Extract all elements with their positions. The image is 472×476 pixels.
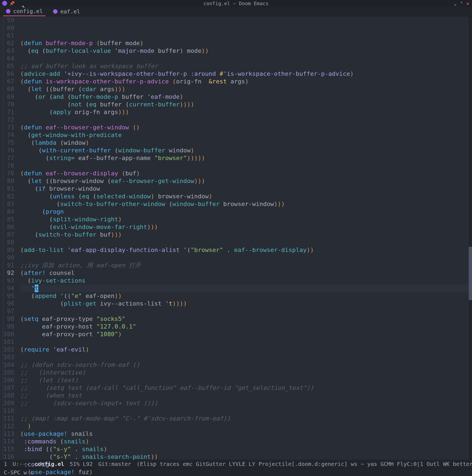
code-line[interactable]: (let ((browser-window (eaf--browser-get-… [20, 177, 472, 185]
minimize-icon[interactable]: ⌄ [454, 1, 457, 6]
line-number: 90 [3, 254, 14, 262]
code-line[interactable]: (use-package! snails [20, 430, 472, 438]
code-line[interactable]: (switch-to-buffer-other-window (window-b… [20, 200, 472, 208]
line-number: 95 [3, 292, 14, 300]
code-line[interactable]: ;; (setq text (eaf-call "call_function" … [20, 384, 472, 392]
code-line[interactable]: ;;ivy 添加 action, 用 eaf-open 打开 [20, 262, 472, 269]
code-line[interactable]: (lambda (window) [20, 139, 472, 147]
line-number: 83 [3, 200, 14, 208]
line-number: 78 [3, 162, 14, 170]
line-number: 72 [3, 116, 14, 124]
maximize-icon[interactable]: ⌃ [460, 1, 463, 6]
code-line[interactable] [20, 239, 472, 246]
code-line[interactable]: ;; (sdcv-search-input+ text )))) [20, 399, 472, 407]
code-line[interactable]: ;; eaf buffer look as workspace buffer [20, 62, 472, 70]
code-line[interactable] [20, 116, 472, 124]
line-number: 63 [3, 47, 14, 55]
modeline-column: 1 [4, 461, 7, 467]
editor-area[interactable]: 5960616263646566676869707172737475767778… [0, 16, 472, 460]
code-line[interactable]: eaf-proxy-port "1080") [20, 330, 472, 338]
code-line[interactable] [20, 353, 472, 361]
code-line[interactable]: (apply orig-fn args))) [20, 108, 472, 116]
code-line[interactable]: (with-current-buffer (window-buffer wind… [20, 147, 472, 154]
line-number: 92 [3, 269, 14, 277]
scrollbar[interactable] [469, 16, 472, 460]
code-line[interactable]: (after! counsel [20, 269, 472, 277]
code-line[interactable]: :commands (snails) [20, 438, 472, 445]
code-line[interactable] [20, 55, 472, 62]
line-number: 62 [3, 39, 14, 47]
code-line[interactable]: (unless (eq (selected-window) browser-wi… [20, 193, 472, 200]
code-line[interactable]: (evil-window-move-far-right))) [20, 223, 472, 231]
code-line[interactable]: ;; (let (text) [20, 376, 472, 384]
code-line[interactable]: (add-to-list 'eaf-app-display-function-a… [20, 246, 472, 254]
close-icon[interactable]: ✕ [466, 1, 469, 6]
code-line[interactable] [20, 407, 472, 415]
code-line[interactable]: (defun buffer-mode-p (buffer mode) [20, 39, 472, 47]
line-number: 111 [3, 415, 14, 422]
code-line[interactable]: (switch-to-buffer buf))) [20, 231, 472, 239]
code-line[interactable]: (let ((buffer (cdar args))) [20, 85, 472, 93]
code-line[interactable]: ;; (when text [20, 392, 472, 399]
elisp-file-icon [6, 9, 10, 13]
code-line[interactable] [20, 162, 472, 170]
line-number: 91 [3, 262, 14, 269]
tab-bar: config.el eaf.el [0, 7, 472, 16]
code-line[interactable]: (not (eq buffer (current-buffer)))) [20, 101, 472, 108]
pin-icon[interactable]: 📌 [9, 1, 15, 6]
titlebar-left: 📌 [2, 1, 15, 6]
code-line[interactable]: (append '(("e" eaf-open)) [20, 292, 472, 300]
code-line[interactable]: (defun is-workspace-other-buffer-p-advic… [20, 78, 472, 85]
line-number: 66 [3, 70, 14, 78]
line-number: 106 [3, 376, 14, 384]
line-number: 60 [3, 24, 14, 32]
code-line[interactable]: (get-window-with-predicate [20, 131, 472, 139]
code-line[interactable]: :config [20, 461, 472, 468]
tab-eaf-el[interactable]: eaf.el [50, 7, 83, 16]
line-number: 81 [3, 185, 14, 193]
line-number: 84 [3, 208, 14, 216]
code-line[interactable]: 't [20, 285, 472, 292]
code-line[interactable]: :bind (("s-y" . snails) [20, 445, 472, 453]
code-line[interactable]: ("s-Y" . snails-search-point)) [20, 453, 472, 461]
code-line[interactable]: (defun eaf--browser-display (buf) [20, 170, 472, 177]
code-line[interactable]: (advice-add '+ivy--is-workspace-other-bu… [20, 70, 472, 78]
code-line[interactable] [20, 32, 472, 39]
line-number: 85 [3, 216, 14, 223]
code-line[interactable]: (defun eaf--browser-get-window () [20, 124, 472, 131]
code-line[interactable]: (setq eaf-proxy-type "socks5" [20, 315, 472, 323]
code-line[interactable]: (progn [20, 208, 472, 216]
code-line[interactable]: ) [20, 422, 472, 430]
code-line[interactable]: (ivy-set-actions [20, 277, 472, 285]
line-number-gutter: 5960616263646566676869707172737475767778… [3, 16, 17, 460]
line-number: 114 [3, 438, 14, 445]
line-number: 76 [3, 147, 14, 154]
line-number: 108 [3, 392, 14, 399]
line-number: 98 [3, 315, 14, 323]
line-number: 79 [3, 170, 14, 177]
code-line[interactable]: (if browser-window [20, 185, 472, 193]
code-line[interactable]: (plist-get ivy--actions-list 't)))) [20, 300, 472, 307]
code-line[interactable] [20, 338, 472, 346]
code-line[interactable]: ;; (map! :map eaf-mode-map* "C-." #'sdcv… [20, 415, 472, 422]
line-number: 109 [3, 399, 14, 407]
code-line[interactable]: (or (and (buffer-mode-p buffer 'eaf-mode… [20, 93, 472, 101]
code-line[interactable]: eaf-proxy-host "127.0.0.1" [20, 323, 472, 330]
scroll-thumb[interactable] [469, 247, 472, 300]
line-number: 100 [3, 330, 14, 338]
code-line[interactable]: ;; (defun sdcv-search-from-eaf () [20, 361, 472, 369]
code-line[interactable]: (require 'eaf-evil) [20, 346, 472, 353]
code-line[interactable]: ;; (interactive) [20, 369, 472, 376]
code-line[interactable]: (string= eaf--buffer-app-name "browser")… [20, 154, 472, 162]
code-line[interactable]: (split-window-right) [20, 216, 472, 223]
code-area[interactable]: (defun buffer-mode-p (buffer mode) (eq (… [17, 16, 472, 460]
tab-config-el[interactable]: config.el [3, 7, 45, 16]
line-number: 70 [3, 101, 14, 108]
code-line[interactable] [20, 307, 472, 315]
line-number: 65 [3, 62, 14, 70]
code-line[interactable] [20, 254, 472, 262]
code-line[interactable]: (use-package! fuz) [20, 468, 472, 476]
line-number: 69 [3, 93, 14, 101]
code-line[interactable]: (eq (buffer-local-value 'major-mode buff… [20, 47, 472, 55]
line-number: 104 [3, 361, 14, 369]
